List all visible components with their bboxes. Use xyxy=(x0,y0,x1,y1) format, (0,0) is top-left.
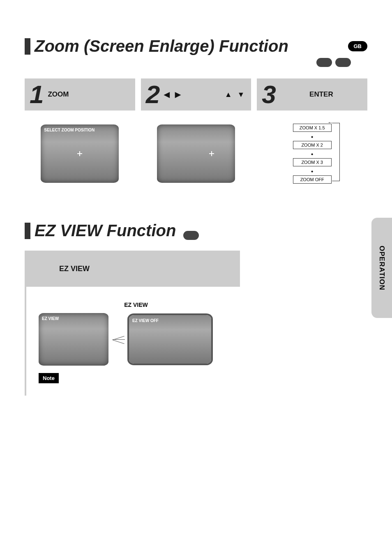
step-header: 3 ENTER xyxy=(257,78,367,111)
disc-type-pill xyxy=(316,58,332,67)
zoom-level-item: ZOOM X 2 xyxy=(293,141,332,149)
title-row-zoom: Zoom (Screen Enlarge) Function GB xyxy=(25,37,367,55)
title-row-ezview: EZ VIEW Function xyxy=(25,221,367,240)
language-badge: GB xyxy=(348,41,368,51)
zoom-level-item: ZOOM OFF xyxy=(293,175,332,184)
cycle-return-line xyxy=(332,123,340,181)
page-title-ezview: EZ VIEW Function xyxy=(35,221,176,240)
page-title-zoom: Zoom (Screen Enlarge) Function xyxy=(35,37,288,55)
arrow-left-right-icon: ◀ ▶ xyxy=(164,90,182,99)
ez-view-section: EZ VIEW Function EZ VIEW EZ VIEW EZ VIEW… xyxy=(25,221,367,396)
title-accent-bar xyxy=(25,38,30,55)
zoom-level-item: ZOOM X 1.5 xyxy=(293,124,332,132)
step-label: ZOOM xyxy=(48,90,69,99)
step-label: ENTER xyxy=(309,90,333,99)
transition-lines xyxy=(113,339,125,340)
ez-header: EZ VIEW xyxy=(26,251,240,287)
screen-overlay-text: SELECT ZOOM POSITION xyxy=(44,128,95,132)
down-arrow-icon: ⬥ xyxy=(311,134,314,139)
tv-screen-move-cursor xyxy=(157,124,235,183)
step-header: 1 ZOOM xyxy=(25,78,135,111)
step-1: 1 ZOOM SELECT ZOOM POSITION xyxy=(25,78,135,197)
section-tab: OPERATION xyxy=(371,218,392,318)
step-2: 2 ◀ ▶ ▲ ▼ xyxy=(141,78,251,197)
step-number: 2 xyxy=(146,82,160,107)
disc-type-pill xyxy=(183,231,199,240)
tv-screen-zoom-position: SELECT ZOOM POSITION xyxy=(41,124,119,183)
step-number: 1 xyxy=(30,82,44,107)
ez-press-label: EZ VIEW xyxy=(39,302,233,308)
step-number: 3 xyxy=(262,82,276,107)
step-3: 3 ENTER ZOOM X 1.5 ⬥ ZOOM X 2 ⬥ ZOOM X 3… xyxy=(257,78,367,197)
title-accent-bar xyxy=(25,223,30,239)
disc-type-pill xyxy=(335,58,351,67)
step-header: 2 ◀ ▶ ▲ ▼ xyxy=(141,78,251,111)
tv-screen-ezview-off: EZ VIEW OFF xyxy=(129,315,211,364)
zoom-steps: 1 ZOOM SELECT ZOOM POSITION 2 ◀ ▶ ▲ ▼ 3 … xyxy=(25,78,367,197)
arrow-up-down-icon: ▲ ▼ xyxy=(225,90,247,99)
ez-panel: EZ VIEW EZ VIEW EZ VIEW EZ VIEW OFF Note xyxy=(25,251,240,396)
ez-body: EZ VIEW EZ VIEW EZ VIEW OFF Note xyxy=(26,287,240,396)
crosshair-icon xyxy=(77,151,82,156)
step-illustration: ZOOM X 1.5 ⬥ ZOOM X 2 ⬥ ZOOM X 3 ⬥ ZOOM … xyxy=(257,111,367,197)
zoom-level-list: ZOOM X 1.5 ⬥ ZOOM X 2 ⬥ ZOOM X 3 ⬥ ZOOM … xyxy=(293,124,332,184)
down-arrow-icon: ⬥ xyxy=(311,168,314,174)
screen-overlay-text: EZ VIEW xyxy=(42,316,59,321)
disc-badges xyxy=(25,58,367,67)
ez-image-comparison: EZ VIEW EZ VIEW OFF xyxy=(39,313,233,366)
zoom-level-item: ZOOM X 3 xyxy=(293,158,332,166)
ez-header-label: EZ VIEW xyxy=(59,265,90,273)
section-tab-label: OPERATION xyxy=(378,246,386,290)
screen-overlay-text: EZ VIEW OFF xyxy=(132,318,159,323)
note-badge: Note xyxy=(39,373,59,383)
step-illustration: SELECT ZOOM POSITION xyxy=(25,111,135,197)
tv-screen-ezview-on: EZ VIEW xyxy=(39,313,108,366)
down-arrow-icon: ⬥ xyxy=(311,151,314,157)
crosshair-icon xyxy=(209,151,214,156)
step-illustration xyxy=(141,111,251,197)
